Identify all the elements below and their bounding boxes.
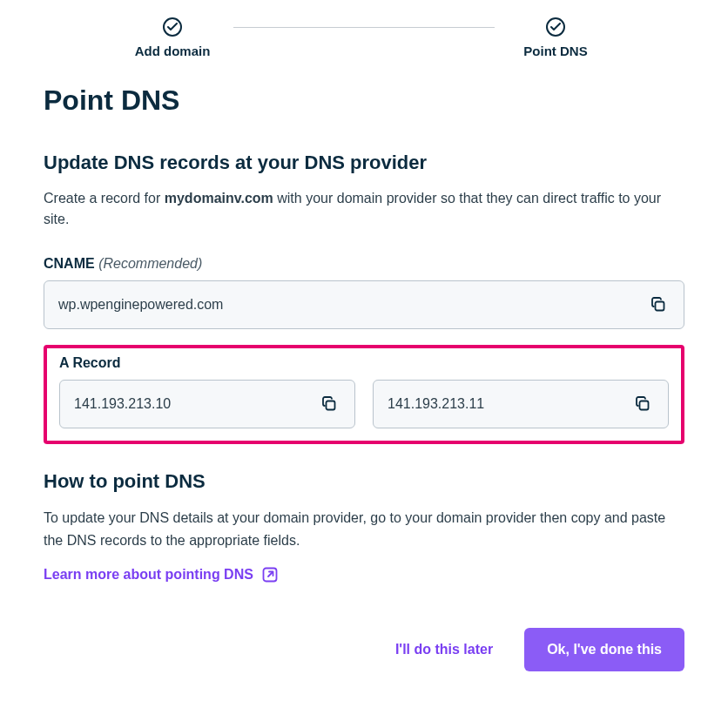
step-label: Add domain (135, 44, 211, 58)
a-record-value-1: 141.193.213.10 (74, 396, 171, 412)
step-add-domain: Add domain (111, 17, 233, 58)
copy-icon (634, 395, 651, 413)
copy-a-record-2-button[interactable] (631, 393, 654, 415)
copy-a-record-1-button[interactable] (318, 393, 340, 415)
update-dns-intro: Create a record for mydomainv.com with y… (44, 188, 684, 230)
cname-label-text: CNAME (44, 256, 95, 271)
intro-prefix: Create a record for (44, 191, 165, 206)
copy-cname-button[interactable] (647, 293, 670, 316)
cname-label: CNAME (Recommended) (44, 256, 684, 272)
update-dns-heading: Update DNS records at your DNS provider (44, 152, 684, 174)
cname-hint: (Recommended) (98, 256, 202, 271)
check-circle-icon (546, 17, 565, 37)
footer-actions: I'll do this later Ok, I've done this (44, 628, 684, 671)
copy-icon (320, 395, 338, 413)
howto-heading: How to point DNS (44, 470, 684, 493)
do-later-button[interactable]: I'll do this later (388, 631, 500, 668)
copy-icon (650, 296, 667, 313)
done-button[interactable]: Ok, I've done this (524, 628, 684, 671)
cname-value: wp.wpenginepowered.com (58, 297, 223, 313)
progress-stepper: Add domain Point DNS (44, 17, 684, 58)
learn-more-text: Learn more about pointing DNS (44, 567, 253, 583)
a-record-field-2: 141.193.213.11 (373, 380, 669, 428)
step-point-dns: Point DNS (495, 17, 617, 58)
cname-block: CNAME (Recommended) wp.wpenginepowered.c… (44, 256, 684, 329)
page-title: Point DNS (44, 84, 684, 117)
a-record-highlight: A Record 141.193.213.10 141.193.213.11 (44, 345, 684, 444)
step-label: Point DNS (523, 44, 587, 58)
a-record-label: A Record (59, 355, 669, 371)
domain-name: mydomainv.com (165, 191, 273, 206)
learn-more-link[interactable]: Learn more about pointing DNS (44, 565, 280, 584)
a-record-row: 141.193.213.10 141.193.213.11 (59, 380, 669, 428)
check-circle-icon (163, 17, 182, 37)
a-record-field-1: 141.193.213.10 (59, 380, 355, 428)
a-record-value-2: 141.193.213.11 (388, 396, 484, 412)
svg-rect-0 (656, 302, 664, 311)
svg-rect-2 (640, 401, 649, 410)
stepper-divider (233, 27, 495, 28)
svg-rect-1 (327, 401, 335, 410)
cname-field: wp.wpenginepowered.com (44, 280, 684, 329)
howto-body: To update your DNS details at your domai… (44, 507, 684, 551)
external-link-icon (260, 565, 280, 584)
